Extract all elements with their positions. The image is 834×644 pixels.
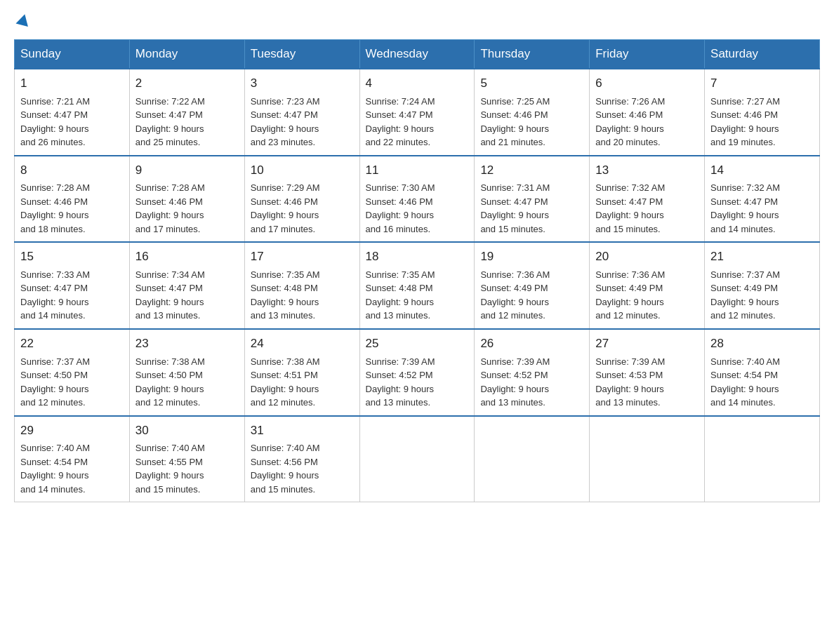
calendar-table: SundayMondayTuesdayWednesdayThursdayFrid… [14, 39, 820, 502]
day-info: Sunrise: 7:36 AMSunset: 4:49 PMDaylight:… [480, 268, 583, 323]
day-number: 21 [710, 248, 814, 266]
header-sunday: Sunday [15, 40, 130, 69]
day-info: Sunrise: 7:21 AMSunset: 4:47 PMDaylight:… [20, 95, 124, 149]
day-info: Sunrise: 7:25 AMSunset: 4:46 PMDaylight:… [480, 95, 583, 149]
day-number: 14 [710, 162, 814, 180]
calendar-cell: 24Sunrise: 7:38 AMSunset: 4:51 PMDayligh… [244, 329, 359, 416]
calendar-cell: 27Sunrise: 7:39 AMSunset: 4:53 PMDayligh… [590, 329, 705, 416]
calendar-cell: 25Sunrise: 7:39 AMSunset: 4:52 PMDayligh… [359, 329, 475, 416]
calendar-cell: 13Sunrise: 7:32 AMSunset: 4:47 PMDayligh… [590, 156, 705, 243]
day-number: 20 [595, 248, 699, 266]
day-info: Sunrise: 7:39 AMSunset: 4:53 PMDaylight:… [595, 355, 699, 410]
calendar-cell: 10Sunrise: 7:29 AMSunset: 4:46 PMDayligh… [244, 156, 359, 243]
day-info: Sunrise: 7:40 AMSunset: 4:56 PMDaylight:… [251, 441, 354, 496]
week-row-4: 22Sunrise: 7:37 AMSunset: 4:50 PMDayligh… [15, 329, 820, 416]
calendar-cell [359, 416, 475, 502]
calendar-cell: 28Sunrise: 7:40 AMSunset: 4:54 PMDayligh… [705, 329, 820, 416]
week-row-1: 1Sunrise: 7:21 AMSunset: 4:47 PMDaylight… [15, 69, 820, 156]
day-info: Sunrise: 7:34 AMSunset: 4:47 PMDaylight:… [135, 268, 239, 323]
header-friday: Friday [590, 40, 705, 69]
page-header [14, 14, 820, 32]
calendar-cell: 19Sunrise: 7:36 AMSunset: 4:49 PMDayligh… [475, 242, 590, 329]
day-info: Sunrise: 7:33 AMSunset: 4:47 PMDaylight:… [20, 268, 124, 323]
day-number: 10 [251, 162, 354, 180]
day-number: 3 [251, 75, 354, 93]
logo [14, 14, 31, 32]
calendar-cell: 3Sunrise: 7:23 AMSunset: 4:47 PMDaylight… [244, 69, 359, 156]
day-number: 16 [135, 248, 239, 266]
day-info: Sunrise: 7:39 AMSunset: 4:52 PMDaylight:… [480, 355, 583, 410]
calendar-cell: 6Sunrise: 7:26 AMSunset: 4:46 PMDaylight… [590, 69, 705, 156]
header-thursday: Thursday [475, 40, 590, 69]
day-info: Sunrise: 7:38 AMSunset: 4:51 PMDaylight:… [251, 355, 354, 410]
day-info: Sunrise: 7:31 AMSunset: 4:47 PMDaylight:… [480, 181, 583, 236]
calendar-cell: 7Sunrise: 7:27 AMSunset: 4:46 PMDaylight… [705, 69, 820, 156]
calendar-cell: 2Sunrise: 7:22 AMSunset: 4:47 PMDaylight… [129, 69, 244, 156]
day-number: 2 [135, 75, 239, 93]
day-info: Sunrise: 7:23 AMSunset: 4:47 PMDaylight:… [251, 95, 354, 149]
day-info: Sunrise: 7:38 AMSunset: 4:50 PMDaylight:… [135, 355, 239, 410]
calendar-cell [705, 416, 820, 502]
day-number: 1 [20, 75, 124, 93]
day-info: Sunrise: 7:28 AMSunset: 4:46 PMDaylight:… [20, 181, 124, 236]
week-row-2: 8Sunrise: 7:28 AMSunset: 4:46 PMDaylight… [15, 156, 820, 243]
calendar-cell: 17Sunrise: 7:35 AMSunset: 4:48 PMDayligh… [244, 242, 359, 329]
svg-marker-0 [15, 13, 31, 27]
day-info: Sunrise: 7:24 AMSunset: 4:47 PMDaylight:… [366, 95, 469, 149]
day-info: Sunrise: 7:29 AMSunset: 4:46 PMDaylight:… [251, 181, 354, 236]
header-wednesday: Wednesday [359, 40, 475, 69]
day-info: Sunrise: 7:26 AMSunset: 4:46 PMDaylight:… [595, 95, 699, 149]
day-info: Sunrise: 7:37 AMSunset: 4:49 PMDaylight:… [710, 268, 814, 323]
day-info: Sunrise: 7:22 AMSunset: 4:47 PMDaylight:… [135, 95, 239, 149]
day-number: 31 [251, 422, 354, 440]
calendar-cell: 26Sunrise: 7:39 AMSunset: 4:52 PMDayligh… [475, 329, 590, 416]
day-number: 15 [20, 248, 124, 266]
day-info: Sunrise: 7:28 AMSunset: 4:46 PMDaylight:… [135, 181, 239, 236]
calendar-cell: 15Sunrise: 7:33 AMSunset: 4:47 PMDayligh… [15, 242, 130, 329]
day-number: 19 [480, 248, 583, 266]
day-number: 26 [480, 335, 583, 353]
calendar-cell: 20Sunrise: 7:36 AMSunset: 4:49 PMDayligh… [590, 242, 705, 329]
day-info: Sunrise: 7:40 AMSunset: 4:54 PMDaylight:… [710, 355, 814, 410]
day-number: 6 [595, 75, 699, 93]
calendar-cell [590, 416, 705, 502]
header-tuesday: Tuesday [244, 40, 359, 69]
calendar-cell: 5Sunrise: 7:25 AMSunset: 4:46 PMDaylight… [475, 69, 590, 156]
day-info: Sunrise: 7:35 AMSunset: 4:48 PMDaylight:… [251, 268, 354, 323]
day-number: 4 [366, 75, 469, 93]
day-number: 17 [251, 248, 354, 266]
calendar-cell [475, 416, 590, 502]
header-monday: Monday [129, 40, 244, 69]
day-number: 5 [480, 75, 583, 93]
day-number: 27 [595, 335, 699, 353]
header-row: SundayMondayTuesdayWednesdayThursdayFrid… [15, 40, 820, 69]
week-row-3: 15Sunrise: 7:33 AMSunset: 4:47 PMDayligh… [15, 242, 820, 329]
calendar-cell: 31Sunrise: 7:40 AMSunset: 4:56 PMDayligh… [244, 416, 359, 502]
calendar-cell: 12Sunrise: 7:31 AMSunset: 4:47 PMDayligh… [475, 156, 590, 243]
day-number: 9 [135, 162, 239, 180]
calendar-cell: 11Sunrise: 7:30 AMSunset: 4:46 PMDayligh… [359, 156, 475, 243]
calendar-cell: 29Sunrise: 7:40 AMSunset: 4:54 PMDayligh… [15, 416, 130, 502]
day-number: 28 [710, 335, 814, 353]
day-number: 11 [366, 162, 469, 180]
calendar-cell: 30Sunrise: 7:40 AMSunset: 4:55 PMDayligh… [129, 416, 244, 502]
header-saturday: Saturday [705, 40, 820, 69]
day-info: Sunrise: 7:35 AMSunset: 4:48 PMDaylight:… [366, 268, 469, 323]
day-number: 30 [135, 422, 239, 440]
day-number: 13 [595, 162, 699, 180]
day-info: Sunrise: 7:30 AMSunset: 4:46 PMDaylight:… [366, 181, 469, 236]
day-info: Sunrise: 7:40 AMSunset: 4:55 PMDaylight:… [135, 441, 239, 496]
day-number: 24 [251, 335, 354, 353]
day-info: Sunrise: 7:39 AMSunset: 4:52 PMDaylight:… [366, 355, 469, 410]
day-number: 7 [710, 75, 814, 93]
day-number: 29 [20, 422, 124, 440]
day-info: Sunrise: 7:32 AMSunset: 4:47 PMDaylight:… [595, 181, 699, 236]
calendar-cell: 14Sunrise: 7:32 AMSunset: 4:47 PMDayligh… [705, 156, 820, 243]
day-number: 22 [20, 335, 124, 353]
calendar-cell: 1Sunrise: 7:21 AMSunset: 4:47 PMDaylight… [15, 69, 130, 156]
day-info: Sunrise: 7:37 AMSunset: 4:50 PMDaylight:… [20, 355, 124, 410]
day-number: 8 [20, 162, 124, 180]
calendar-cell: 22Sunrise: 7:37 AMSunset: 4:50 PMDayligh… [15, 329, 130, 416]
calendar-cell: 18Sunrise: 7:35 AMSunset: 4:48 PMDayligh… [359, 242, 475, 329]
day-info: Sunrise: 7:40 AMSunset: 4:54 PMDaylight:… [20, 441, 124, 496]
